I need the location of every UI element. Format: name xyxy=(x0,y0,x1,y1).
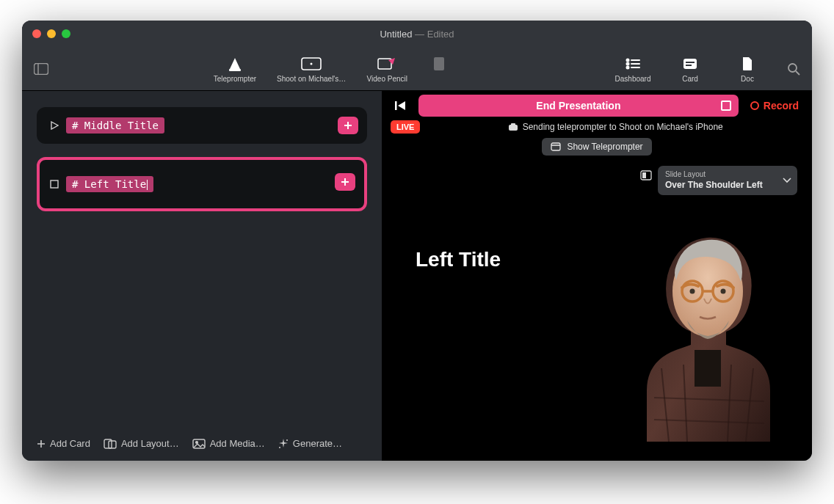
generate-label: Generate… xyxy=(293,438,342,449)
end-presentation-button[interactable]: End Presentation xyxy=(418,95,739,117)
svg-rect-6 xyxy=(434,57,444,70)
svg-point-30 xyxy=(279,447,280,448)
camera-icon xyxy=(508,123,518,131)
document-icon xyxy=(433,55,445,73)
preview-topbar: End Presentation Record xyxy=(382,91,812,120)
device-icon xyxy=(301,55,322,73)
teleprompter-button[interactable]: Teleprompter xyxy=(214,55,256,83)
add-card-content-button[interactable] xyxy=(335,173,355,191)
svg-point-11 xyxy=(627,66,629,68)
svg-rect-15 xyxy=(686,65,692,66)
card-row[interactable]: # Left Title xyxy=(37,157,367,211)
show-teleprompter-label: Show Teleprompter xyxy=(567,142,642,152)
svg-rect-44 xyxy=(695,350,721,387)
layout-icon xyxy=(640,170,652,180)
window-icon xyxy=(551,142,561,151)
doc-view-button[interactable]: Doc xyxy=(727,55,768,83)
record-icon xyxy=(750,101,759,110)
add-layout-button[interactable]: Add Layout… xyxy=(104,438,179,449)
toolbar-right: Dashboard Card Doc xyxy=(612,55,803,83)
card-title[interactable]: # Middle Title xyxy=(66,117,164,134)
toolbar: Teleprompter Shoot on Michael's… Video P… xyxy=(22,47,812,91)
svg-line-17 xyxy=(796,71,799,75)
card-view-button[interactable]: Card xyxy=(670,55,711,83)
video-pencil-icon xyxy=(377,55,396,73)
svg-rect-26 xyxy=(109,441,116,448)
doc-icon xyxy=(741,55,753,73)
svg-point-9 xyxy=(627,62,629,65)
status-row: LIVE Sending teleprompter to Shoot on Mi… xyxy=(382,120,812,138)
end-presentation-label: End Presentation xyxy=(536,100,620,112)
play-icon xyxy=(47,121,62,130)
add-card-button[interactable]: Add Card xyxy=(37,438,90,449)
add-card-content-button[interactable] xyxy=(338,117,358,134)
teleprompter-label: Teleprompter xyxy=(214,75,256,83)
toolbar-center: Teleprompter Shoot on Michael's… Video P… xyxy=(51,55,612,83)
card-icon xyxy=(683,55,697,73)
cards-panel: # Middle Title # Left Title Add Card xyxy=(22,91,382,461)
svg-rect-2 xyxy=(229,69,241,71)
svg-rect-31 xyxy=(395,101,397,110)
svg-rect-14 xyxy=(686,62,695,63)
show-teleprompter-button[interactable]: Show Teleprompter xyxy=(542,138,651,156)
record-button[interactable]: Record xyxy=(746,100,803,112)
list-icon xyxy=(626,55,640,73)
svg-rect-33 xyxy=(511,123,515,125)
slide-layout-label: Slide Layout xyxy=(665,170,775,180)
record-label: Record xyxy=(764,100,799,112)
svg-point-4 xyxy=(311,62,313,65)
chevron-down-icon xyxy=(783,178,791,183)
svg-rect-0 xyxy=(35,63,48,74)
shoot-device-button[interactable]: Shoot on Michael's… xyxy=(277,55,346,83)
preview-panel: End Presentation Record LIVE Sending tel… xyxy=(382,91,812,461)
document-edited-label: — Edited xyxy=(415,29,454,40)
skip-back-icon[interactable] xyxy=(391,95,411,116)
slide-layout-selector[interactable]: Slide Layout Over The Shoulder Left xyxy=(658,166,797,195)
content: # Middle Title # Left Title Add Card xyxy=(22,91,812,461)
add-media-label: Add Media… xyxy=(210,438,265,449)
card-view-label: Card xyxy=(682,75,698,83)
live-badge: LIVE xyxy=(391,120,420,134)
add-card-label: Add Card xyxy=(50,438,90,449)
svg-point-28 xyxy=(195,441,197,443)
presenter-image xyxy=(625,222,790,442)
dashboard-label: Dashboard xyxy=(615,75,651,83)
doc-view-label: Doc xyxy=(741,75,754,83)
svg-point-29 xyxy=(286,439,288,441)
document-title: Untitled xyxy=(380,29,412,40)
video-pencil-label: Video Pencil xyxy=(367,75,407,83)
slide-title: Left Title xyxy=(416,248,501,271)
card-row[interactable]: # Middle Title xyxy=(37,107,367,144)
card-title[interactable]: # Left Title xyxy=(66,176,153,192)
generate-button[interactable]: Generate… xyxy=(278,438,342,449)
document-button[interactable] xyxy=(428,55,450,83)
stop-icon xyxy=(721,101,731,111)
video-pencil-button[interactable]: Video Pencil xyxy=(366,55,407,83)
titlebar: Untitled — Edited xyxy=(22,21,812,47)
search-icon[interactable] xyxy=(784,62,803,76)
svg-point-7 xyxy=(627,59,629,61)
svg-point-43 xyxy=(721,289,726,294)
svg-rect-34 xyxy=(551,143,560,150)
stop-icon xyxy=(47,180,62,189)
svg-rect-37 xyxy=(642,172,646,178)
svg-rect-20 xyxy=(51,180,58,188)
slide-preview: Slide Layout Over The Shoulder Left Left… xyxy=(391,160,803,452)
window-title: Untitled — Edited xyxy=(22,29,812,40)
svg-rect-32 xyxy=(509,125,518,131)
slide-layout-value: Over The Shoulder Left xyxy=(665,180,775,191)
cards-footer: Add Card Add Layout… Add Media… Generate… xyxy=(37,432,367,452)
teleprompter-icon xyxy=(228,55,242,73)
add-layout-label: Add Layout… xyxy=(121,438,179,449)
sidebar-toggle-icon[interactable] xyxy=(31,61,51,77)
shoot-device-label: Shoot on Michael's… xyxy=(277,75,346,83)
dashboard-button[interactable]: Dashboard xyxy=(612,55,653,83)
svg-rect-13 xyxy=(683,59,697,69)
svg-point-16 xyxy=(788,64,797,72)
svg-point-42 xyxy=(690,289,695,294)
status-text: Sending teleprompter to Shoot on Michael… xyxy=(427,122,803,132)
add-media-button[interactable]: Add Media… xyxy=(192,438,265,449)
app-window: Untitled — Edited Teleprompter Shoot on … xyxy=(22,21,812,461)
